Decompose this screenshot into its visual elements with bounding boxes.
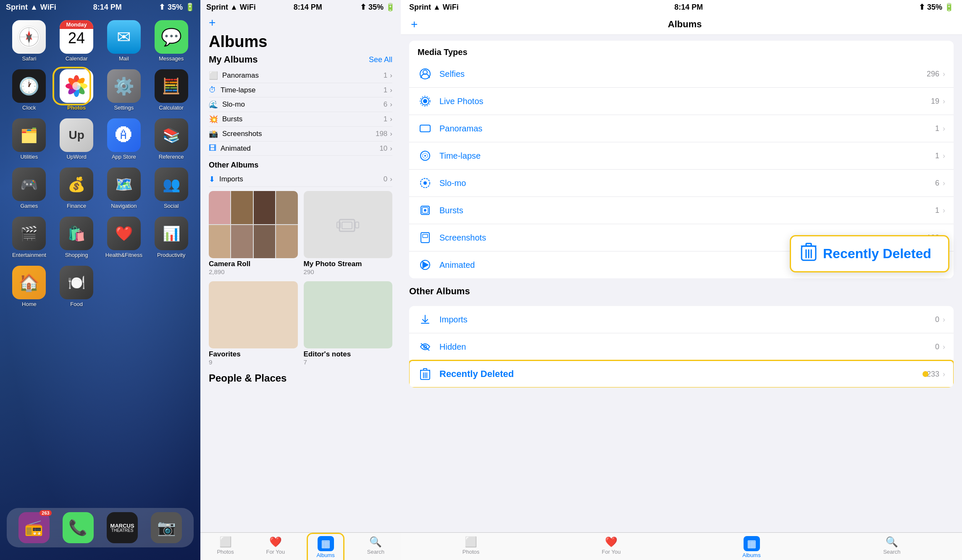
al-row-panoramas[interactable]: Panoramas 1 ›: [409, 115, 954, 142]
tab-albums[interactable]: ▦ Albums: [301, 536, 351, 558]
my-albums-header: My Albums See All: [209, 54, 392, 65]
al-row-selfies[interactable]: Selfies 296 ›: [409, 60, 954, 88]
app-upword[interactable]: Up UpWord: [55, 118, 98, 160]
svg-rect-41: [423, 369, 427, 370]
app-healthfit[interactable]: ❤️ Health&Fitness: [103, 217, 146, 258]
battery-label: 35%: [168, 3, 183, 12]
imports-name: Imports: [439, 315, 935, 324]
al-row-recently-deleted[interactable]: Recently Deleted 233 ›: [409, 361, 954, 387]
tab-photos-label: Photos: [217, 549, 234, 555]
app-reference[interactable]: 📚 Reference: [150, 118, 193, 160]
al-row-timelapse[interactable]: Time-lapse 1 ›: [409, 142, 954, 170]
al-scroll-area[interactable]: Media Types Selfies 296 ›: [401, 35, 962, 532]
list-item[interactable]: 💥Bursts 1›: [209, 112, 392, 127]
al-status-bar: Sprint ▲ WiFi 8:14 PM ⬆ 35% 🔋: [401, 0, 962, 14]
svg-marker-35: [423, 262, 428, 268]
imports-icon: [418, 312, 433, 327]
calculator-label: Calculator: [159, 105, 184, 111]
svg-rect-37: [421, 323, 429, 324]
status-right: ⬆ 35% 🔋: [159, 3, 195, 12]
albums-tab-bar: ⬜ Photos ❤️ For You ▦ Albums 🔍 Search: [200, 532, 401, 560]
entertainment-label: Entertainment: [12, 252, 46, 258]
al-row-bursts[interactable]: Bursts 1 ›: [409, 197, 954, 224]
app-settings[interactable]: ⚙️ Settings: [103, 69, 146, 111]
dock-phone[interactable]: 📞: [63, 512, 94, 543]
hidden-icon: [418, 339, 433, 354]
albums-topbar: +: [200, 14, 401, 31]
app-calculator[interactable]: 🧮 Calculator: [150, 69, 193, 111]
al-tab-photos[interactable]: ⬜ Photos: [401, 536, 541, 558]
livephotos-icon: [418, 94, 433, 109]
home-app-label: Home: [22, 301, 37, 307]
al-row-hidden[interactable]: Hidden 0 ›: [409, 333, 954, 361]
app-home[interactable]: 🏠 Home: [8, 266, 51, 307]
album-camera-roll[interactable]: Camera Roll 2,890: [209, 191, 298, 275]
rd-callout-text: Recently Deleted: [823, 246, 931, 262]
shopping-label: Shopping: [65, 252, 88, 258]
app-games[interactable]: 🎮 Games: [8, 167, 51, 209]
al-tab-albums[interactable]: ▦ Albums: [681, 536, 822, 558]
al-row-livephotos[interactable]: Live Photos 19 ›: [409, 88, 954, 115]
games-label: Games: [20, 203, 38, 209]
app-safari[interactable]: Safari: [8, 20, 51, 62]
al-add-button[interactable]: +: [411, 18, 418, 31]
album-photo-stream[interactable]: My Photo Stream 290: [304, 191, 393, 275]
al-row-imports[interactable]: Imports 0 ›: [409, 306, 954, 333]
list-item[interactable]: 🌊Slo-mo 6›: [209, 97, 392, 112]
app-appstore[interactable]: 🅐 App Store: [103, 118, 146, 160]
albums-scroll-area[interactable]: My Albums See All ⬜Panoramas 1› ⏱Time-la…: [200, 54, 401, 532]
time-label: 8:14 PM: [93, 3, 122, 12]
app-social[interactable]: 👥 Social: [150, 167, 193, 209]
tab-foryou-label: For You: [266, 549, 285, 555]
dock-podcasts[interactable]: 📻 263: [18, 512, 50, 543]
list-item[interactable]: 📸Screenshots 198›: [209, 127, 392, 141]
dock-camera[interactable]: 📷: [151, 512, 182, 543]
al-time: 8:14 PM: [674, 3, 703, 12]
see-all-button[interactable]: See All: [369, 55, 392, 64]
recently-deleted-yellow-dot: [923, 371, 928, 377]
al-tab-foryou[interactable]: ❤️ For You: [541, 536, 681, 558]
list-item[interactable]: ⬇Imports 0›: [209, 172, 392, 187]
other-albums-section: Imports 0 › Hidden 0 ›: [409, 306, 954, 387]
app-calendar[interactable]: Monday 24 Calendar: [55, 20, 98, 62]
tab-search[interactable]: 🔍 Search: [351, 536, 401, 558]
album-grid: Camera Roll 2,890 My Photo Stream: [209, 191, 392, 275]
app-entertainment[interactable]: 🎬 Entertainment: [8, 217, 51, 258]
app-finance[interactable]: 💰 Finance: [55, 167, 98, 209]
list-item[interactable]: ⬜Panoramas 1›: [209, 68, 392, 83]
list-item[interactable]: ⏱Time-lapse 1›: [209, 83, 392, 97]
app-productivity[interactable]: 📊 Productivity: [150, 217, 193, 258]
al-row-slomo[interactable]: Slo-mo 6 ›: [409, 170, 954, 197]
app-mail[interactable]: ✉ Mail: [103, 20, 146, 62]
al-tab-search[interactable]: 🔍 Search: [822, 536, 962, 558]
home-screen: Sprint ▲ WiFi 8:14 PM ⬆ 35% 🔋: [0, 0, 200, 560]
list-item[interactable]: 🎞Animated 10›: [209, 141, 392, 156]
app-utilities[interactable]: 🗂️ Utilities: [8, 118, 51, 160]
carrier-label: Sprint: [6, 3, 28, 12]
album-favorites[interactable]: Favorites 9: [209, 281, 298, 366]
albums-time: 8:14 PM: [294, 3, 322, 12]
podcasts-badge: 263: [39, 510, 51, 516]
app-navigation[interactable]: 🗺️ Navigation: [103, 167, 146, 209]
other-section-title: Other Albums: [409, 286, 470, 296]
app-shopping[interactable]: 🛍️ Shopping: [55, 217, 98, 258]
album-editors-notes[interactable]: Editor's notes 7: [304, 281, 393, 366]
svg-point-14: [72, 82, 81, 90]
tab-photos[interactable]: ⬜ Photos: [200, 536, 250, 558]
app-messages[interactable]: 💬 Messages: [150, 20, 193, 62]
tab-search-label: Search: [367, 549, 384, 555]
recently-deleted-name: Recently Deleted: [439, 369, 927, 379]
wifi-icon: WiFi: [40, 3, 56, 12]
svg-rect-46: [806, 243, 811, 246]
add-button[interactable]: +: [209, 16, 216, 29]
safari-label: Safari: [22, 55, 36, 62]
app-clock[interactable]: 🕐 Clock: [8, 69, 51, 111]
tab-foryou[interactable]: ❤️ For You: [250, 536, 300, 558]
app-photos[interactable]: Photos: [55, 69, 98, 111]
app-food[interactable]: 🍽️ Food: [55, 266, 98, 307]
albums-list-panel: Sprint ▲ WiFi 8:14 PM ⬆ 35% 🔋 + Albums M…: [401, 0, 962, 560]
al-topbar: + Albums: [401, 14, 962, 35]
dock-movies[interactable]: MARCUS THEATRES: [107, 512, 138, 543]
media-types-title: Media Types: [418, 47, 468, 57]
bursts-icon: [418, 203, 433, 218]
